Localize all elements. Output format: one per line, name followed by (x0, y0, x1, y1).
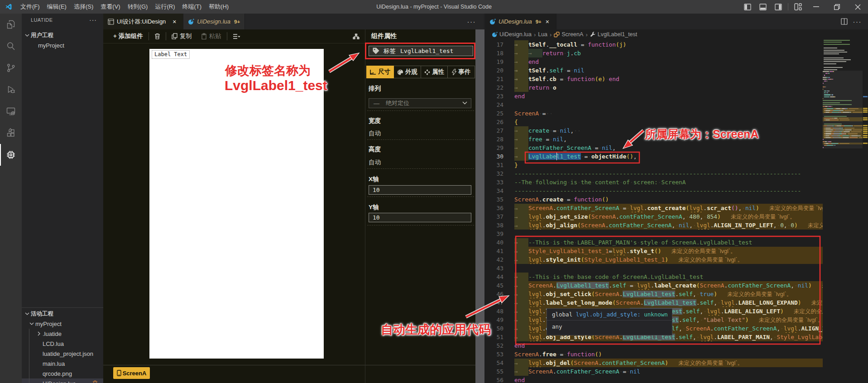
minimap-viewport[interactable] (823, 71, 863, 148)
tree-item-myproject[interactable]: myProject (22, 40, 103, 50)
x-axis-input[interactable]: 10 (369, 185, 471, 195)
customize-layout-icon[interactable] (790, 0, 806, 14)
close-tab-icon[interactable]: × (543, 18, 551, 25)
code-line-34[interactable]: ----------------------------------------… (514, 187, 823, 195)
tab-uidesign-lua-active[interactable]: UiDesign.lua 9+ × (485, 14, 556, 29)
code-line-41[interactable]: →Style_LvglLabel1_test_1=lvgl.style_t()未… (514, 247, 823, 255)
code-line-19[interactable]: →end (514, 57, 823, 66)
luatide-icon[interactable] (0, 144, 22, 166)
code-line-25[interactable]: ScreenA·=·· (514, 109, 823, 118)
tree-item-uidesign-lua[interactable]: UiDesign.lua (22, 378, 103, 383)
tab-size[interactable]: 尺寸 (366, 66, 394, 78)
code-line-29[interactable]: →contFather_ScreenA·=·nil, (514, 144, 823, 152)
minimap[interactable] (823, 39, 863, 383)
section-active-project[interactable]: 活动工程 (22, 309, 103, 319)
tab-events[interactable]: 事件 (448, 66, 475, 78)
code-line-38[interactable]: →lvgl.obj_align(ScreenA.contFather_Scree… (514, 221, 823, 230)
code-line-24[interactable] (514, 101, 823, 109)
close-window-button[interactable] (847, 0, 868, 14)
tab-appearance[interactable]: 外观 (394, 66, 421, 78)
remote-explorer-icon[interactable] (0, 101, 22, 122)
breadcrumb-lvgllabel1-test[interactable]: LvglLabel1_test (590, 31, 638, 38)
tree-item-myproject[interactable]: myProject (22, 319, 103, 329)
code-line-46[interactable]: →lvgl.obj_set_click(ScreenA.LvglLabel1_t… (514, 290, 823, 298)
menu-h[interactable]: 帮助(H) (205, 0, 232, 14)
source-control-icon[interactable] (0, 57, 22, 79)
code-line-33[interactable]: --The·following·is·the·content·of·screen… (514, 178, 823, 187)
code-line-47[interactable]: →lvgl.label_set_long_mode(ScreenA.LvglLa… (514, 298, 823, 307)
delete-file-icon[interactable] (92, 380, 98, 383)
code-line-56[interactable]: end (514, 376, 823, 383)
code-line-45[interactable]: →ScreenA.LvglLabel1_test.self·=·lvgl.lab… (514, 281, 823, 290)
code-line-20[interactable]: →tSelf.self·=·nil (514, 66, 823, 75)
tree-item-lcd-lua[interactable]: LCD.lua (22, 339, 103, 349)
menu-s[interactable]: 选择(S) (70, 0, 97, 14)
menu-f[interactable]: 文件(F) (17, 0, 43, 14)
code-line-18[interactable]: →→return·j.cb (514, 49, 823, 57)
menu-e[interactable]: 编辑(E) (43, 0, 70, 14)
copy-button[interactable]: 复制 (170, 32, 194, 40)
code-line-43[interactable] (514, 264, 823, 273)
toggle-sidebar-icon[interactable] (740, 0, 755, 14)
code-line-22[interactable]: →return·o (514, 83, 823, 92)
tab-attributes[interactable]: 属性 (421, 66, 448, 78)
breadcrumb-lua[interactable]: Lua (538, 31, 547, 38)
search-icon[interactable] (0, 35, 22, 57)
code-line-35[interactable]: ScreenA.create·=·function() (514, 195, 823, 204)
split-editor-icon[interactable] (841, 18, 848, 25)
add-component-button[interactable]: + 添加组件 (111, 32, 145, 40)
breadcrumb-file[interactable]: UiDesign.lua (492, 31, 532, 38)
designer-canvas[interactable]: Label Text (149, 49, 324, 359)
code-line-55[interactable]: →ScreenA.contFather_ScreenA·=·nil (514, 367, 823, 376)
tree-item--luatide[interactable]: .luatide (22, 329, 103, 339)
run-debug-icon[interactable] (0, 79, 22, 101)
code-line-39[interactable] (514, 230, 823, 238)
delete-component-button[interactable] (153, 33, 162, 39)
screen-tab-screena[interactable]: ScreenA (113, 367, 150, 379)
tree-item-qrcode-png[interactable]: qrcode.png (22, 369, 103, 378)
tree-item-main-lua[interactable]: main.lua (22, 359, 103, 369)
code-line-30[interactable]: →LvglLabel1_test·=·objectHide(), (514, 152, 823, 161)
code-line-44[interactable]: →--This·is·the·base·code·of·ScreenA.Lvgl… (514, 273, 823, 281)
canvas-label-widget[interactable]: Label Text (152, 50, 190, 59)
menu-v[interactable]: 查看(V) (97, 0, 124, 14)
code-line-42[interactable]: →lvgl.style_init(Style_LvglLabel1_test_1… (514, 255, 823, 264)
toggle-panel-icon[interactable] (755, 0, 771, 14)
tab-ui-designer[interactable]: UI设计器:UiDesign × (103, 14, 183, 29)
menu-t[interactable]: 终端(T) (178, 0, 205, 14)
breadcrumb-screena[interactable]: ScreenA (554, 31, 583, 38)
code-line-54[interactable]: →lvgl.obj_del(ScreenA.contFather_ScreenA… (514, 359, 823, 367)
menu-g[interactable]: 转到(G) (124, 0, 152, 14)
code-line-53[interactable]: ScreenA.free·=·function() (514, 350, 823, 359)
code-line-31[interactable]: } (514, 161, 823, 169)
editor-actions-more-icon[interactable]: ··· (467, 14, 476, 29)
arrange-select[interactable]: — 绝对定位 (369, 98, 471, 108)
restore-button[interactable] (826, 0, 847, 14)
editor-actions-more-icon[interactable]: ··· (853, 18, 862, 25)
code-line-21[interactable]: →tSelf.cb·=·function(e)·end (514, 75, 823, 83)
minimize-button[interactable] (806, 0, 826, 14)
menu-r[interactable]: 运行(R) (151, 0, 178, 14)
y-axis-input[interactable]: 10 (369, 213, 471, 222)
code-line-36[interactable]: →ScreenA.contFather_ScreenA·=·lvgl.cont_… (514, 204, 823, 212)
tree-item-luatide-project-json[interactable]: luatide_project.json (22, 349, 103, 359)
tab-uidesign-lua[interactable]: UiDesign.lua 9+ (183, 14, 245, 29)
overview-ruler[interactable] (863, 39, 868, 383)
list-menu-button[interactable] (231, 34, 242, 39)
no-chevron (35, 360, 43, 367)
toggle-secondary-sidebar-icon[interactable] (771, 0, 786, 14)
code-line-52[interactable]: end (514, 341, 823, 350)
code-line-40[interactable]: →--This·is·the·LABEL_PART_MAIN's·style·o… (514, 238, 823, 247)
code-line-23[interactable]: end (514, 92, 823, 101)
extensions-icon[interactable] (0, 122, 22, 144)
section-user-project[interactable]: 用户工程 (22, 30, 103, 40)
sidebar-more-icon[interactable]: ··· (89, 16, 103, 24)
close-tab-icon[interactable]: × (170, 18, 178, 25)
code-line-26[interactable]: { (514, 118, 823, 126)
hierarchy-tree-icon[interactable] (351, 34, 361, 39)
code-line-32[interactable]: ----------------------------------------… (514, 169, 823, 178)
paste-button[interactable]: 粘贴 (199, 32, 223, 40)
code-line-37[interactable]: →lvgl.obj_set_size(ScreenA.contFather_Sc… (514, 212, 823, 221)
code-line-17[interactable]: →tSelf.__tocall·=·function(j) (514, 40, 823, 49)
explorer-icon[interactable] (0, 14, 22, 35)
